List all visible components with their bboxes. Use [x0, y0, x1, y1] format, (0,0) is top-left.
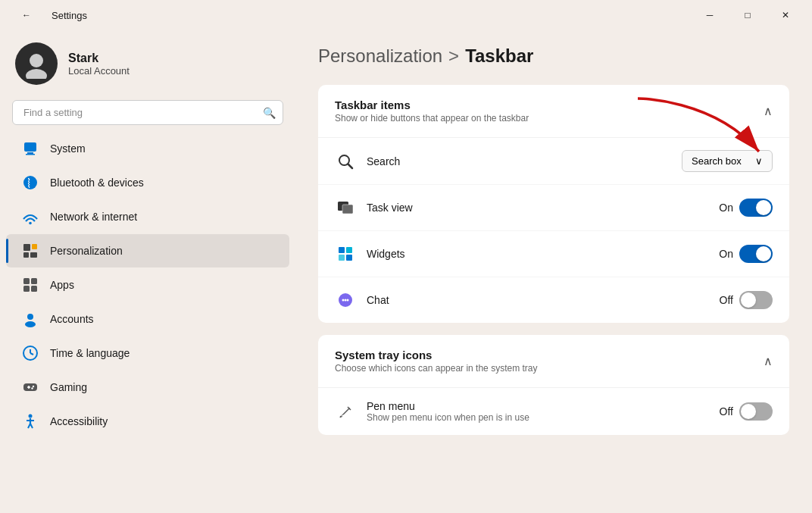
- widgets-value-text: On: [719, 248, 733, 260]
- user-account-type: Local Account: [68, 65, 130, 77]
- svg-point-0: [30, 54, 43, 67]
- sidebar-item-label-accessibility: Accessibility: [50, 415, 108, 427]
- back-button[interactable]: ←: [9, 3, 44, 27]
- sidebar-item-system[interactable]: System: [6, 132, 289, 165]
- breadcrumb-current: Taskbar: [465, 45, 533, 67]
- svg-line-33: [348, 164, 353, 168]
- user-name: Stark: [68, 52, 130, 65]
- search-dropdown[interactable]: Search box ∨: [682, 150, 773, 172]
- system-tray-subtitle: Choose which icons can appear in the sys…: [335, 363, 537, 374]
- svg-line-30: [30, 424, 33, 428]
- widgets-setting-control: On: [719, 245, 773, 263]
- titlebar: ← Settings ─ □ ✕: [0, 0, 812, 30]
- taskview-setting-label: Task view: [367, 202, 708, 214]
- sidebar-nav: System ⦚ Bluetooth & devices: [0, 131, 295, 439]
- network-icon: [21, 208, 39, 226]
- taskview-setting-control: On: [719, 199, 773, 217]
- system-tray-title: System tray icons: [335, 349, 537, 361]
- svg-point-1: [26, 69, 47, 79]
- svg-rect-12: [23, 278, 30, 284]
- svg-point-25: [31, 387, 33, 389]
- main-layout: Stark Local Account 🔍 System: [0, 30, 812, 513]
- taskview-toggle-thumb: [756, 200, 771, 215]
- pen-menu-toggle[interactable]: [739, 402, 773, 421]
- content-inner: Personalization > Taskbar Taskbar ite: [318, 45, 789, 435]
- sidebar-search-container: 🔍: [12, 100, 283, 125]
- breadcrumb: Personalization > Taskbar: [318, 45, 789, 67]
- svg-rect-35: [342, 205, 353, 214]
- pen-menu-value-text: Off: [720, 405, 733, 418]
- sidebar-item-time[interactable]: Time & language: [6, 336, 289, 370]
- svg-rect-14: [23, 286, 30, 292]
- system-tray-header[interactable]: System tray icons Choose which icons can…: [318, 335, 789, 388]
- svg-rect-37: [346, 247, 352, 253]
- taskview-setting-row: Task view On: [318, 185, 789, 231]
- accounts-icon: [21, 310, 39, 328]
- maximize-button[interactable]: □: [730, 3, 765, 27]
- svg-rect-11: [30, 252, 37, 258]
- sidebar-item-label-personalization: Personalization: [50, 245, 123, 257]
- pen-menu-toggle-thumb: [741, 404, 756, 419]
- sidebar-item-label-time: Time & language: [50, 347, 130, 359]
- pen-menu-setting-row: Pen menu Show pen menu icon when pen is …: [318, 388, 789, 435]
- svg-rect-2: [24, 142, 36, 152]
- sidebar-item-label-accounts: Accounts: [50, 313, 94, 325]
- sidebar-item-label-gaming: Gaming: [50, 381, 87, 393]
- close-button[interactable]: ✕: [768, 3, 803, 27]
- search-setting-control: Search box ∨: [682, 150, 773, 172]
- time-icon: [21, 344, 39, 362]
- svg-rect-10: [23, 252, 29, 258]
- svg-rect-3: [27, 152, 33, 154]
- window-controls: ─ □ ✕: [692, 3, 803, 27]
- gaming-icon: [21, 378, 39, 396]
- minimize-button[interactable]: ─: [692, 3, 727, 27]
- sidebar-item-network[interactable]: Network & internet: [6, 200, 289, 233]
- search-input[interactable]: [12, 100, 283, 125]
- sidebar-item-bluetooth[interactable]: ⦚ Bluetooth & devices: [6, 166, 289, 199]
- chat-setting-row: Chat Off: [318, 277, 789, 323]
- taskbar-items-subtitle: Show or hide buttons that appear on the …: [335, 113, 529, 124]
- breadcrumb-parent[interactable]: Personalization: [318, 45, 442, 67]
- taskview-toggle[interactable]: [739, 199, 773, 217]
- svg-rect-39: [346, 255, 352, 261]
- content-area: Personalization > Taskbar Taskbar ite: [295, 30, 812, 513]
- taskbar-items-title: Taskbar items: [335, 99, 529, 111]
- chat-toggle-thumb: [741, 292, 756, 308]
- svg-point-16: [27, 314, 33, 320]
- taskbar-items-header[interactable]: Taskbar items Show or hide buttons that …: [318, 85, 789, 138]
- search-setting-icon: [335, 151, 356, 172]
- svg-rect-4: [26, 154, 35, 155]
- sidebar-item-apps[interactable]: Apps: [6, 268, 289, 302]
- pen-menu-label: Pen menu: [367, 400, 709, 412]
- widgets-toggle[interactable]: [739, 245, 773, 263]
- sidebar-item-accounts[interactable]: Accounts: [6, 302, 289, 336]
- svg-point-42: [345, 299, 347, 302]
- accessibility-icon: [21, 412, 39, 430]
- svg-point-24: [33, 386, 34, 387]
- svg-line-20: [30, 353, 33, 355]
- taskbar-items-card: Taskbar items Show or hide buttons that …: [318, 85, 789, 323]
- sidebar-item-accessibility[interactable]: Accessibility: [6, 405, 289, 438]
- chevron-down-icon: ∨: [755, 155, 763, 167]
- search-setting-label: Search: [367, 155, 671, 167]
- widgets-setting-label: Widgets: [367, 248, 708, 260]
- breadcrumb-separator: >: [448, 45, 459, 67]
- svg-point-43: [347, 299, 349, 302]
- svg-point-17: [25, 321, 36, 327]
- personalization-icon: [21, 242, 39, 260]
- system-tray-card: System tray icons Choose which icons can…: [318, 335, 789, 435]
- svg-rect-13: [31, 278, 37, 284]
- taskview-value-text: On: [719, 202, 733, 214]
- chat-toggle[interactable]: [739, 291, 773, 309]
- svg-text:⦚: ⦚: [27, 177, 32, 189]
- sidebar: Stark Local Account 🔍 System: [0, 30, 295, 513]
- taskview-setting-icon: [335, 197, 356, 218]
- sidebar-item-label-apps: Apps: [50, 279, 74, 291]
- svg-rect-38: [339, 255, 345, 261]
- sidebar-item-gaming[interactable]: Gaming: [6, 371, 289, 404]
- bluetooth-icon: ⦚: [21, 174, 39, 192]
- widgets-setting-row: Widgets On: [318, 231, 789, 277]
- pen-menu-setting-icon: [335, 401, 356, 422]
- sidebar-item-personalization[interactable]: Personalization: [6, 234, 289, 267]
- user-profile[interactable]: Stark Local Account: [0, 30, 295, 100]
